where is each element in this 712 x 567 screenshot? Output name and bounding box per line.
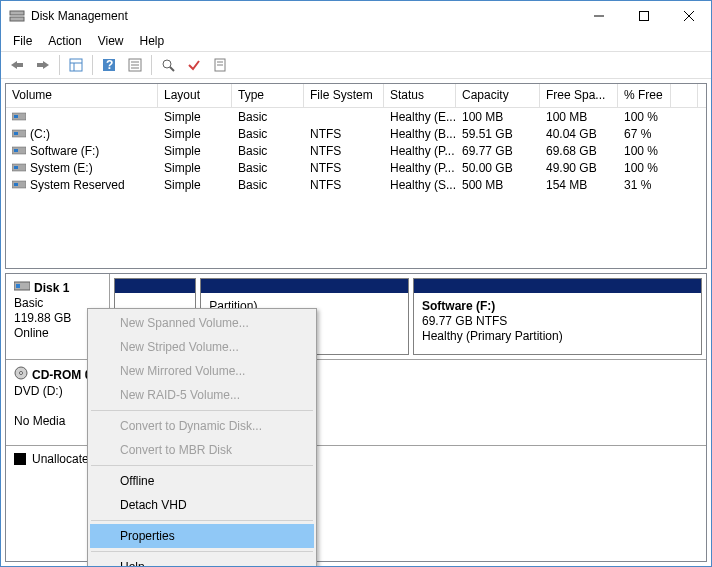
settings-icon[interactable] [64,53,88,77]
legend-swatch [14,453,26,465]
svg-line-16 [170,67,174,71]
svg-rect-29 [14,183,18,186]
cell-layout: Simple [158,161,232,175]
cell-free: 49.90 GB [540,161,618,175]
close-button[interactable] [666,2,711,31]
cell-fs: NTFS [304,161,384,175]
partition-status: Healthy (Primary Partition) [422,329,693,344]
col-pctfree[interactable]: % Free [618,84,671,107]
disk-name: Disk 1 [34,281,69,296]
search-icon[interactable] [156,53,180,77]
ctx-new-spanned: New Spanned Volume... [90,311,314,335]
list-icon[interactable] [123,53,147,77]
cell-type: Basic [232,178,304,192]
cell-capacity: 500 MB [456,178,540,192]
ctx-properties[interactable]: Properties [90,524,314,548]
cell-layout: Simple [158,110,232,124]
help-icon[interactable]: ? [97,53,121,77]
col-filesystem[interactable]: File System [304,84,384,107]
cdrom-icon [14,366,28,384]
cell-layout: Simple [158,178,232,192]
col-freespace[interactable]: Free Spa... [540,84,618,107]
svg-point-33 [20,372,23,375]
svg-rect-0 [10,11,24,15]
ctx-detach-vhd[interactable]: Detach VHD [90,493,314,517]
cdrom-name: CD-ROM 0 [32,368,91,383]
toolbar: ? [1,51,711,79]
disk-icon [14,280,30,296]
partition[interactable]: Software (F:) 69.77 GB NTFS Healthy (Pri… [413,278,702,355]
ctx-help[interactable]: Help [90,555,314,567]
cell-type: Basic [232,110,304,124]
window-title: Disk Management [31,9,576,23]
cell-layout: Simple [158,127,232,141]
cell-fs: NTFS [304,144,384,158]
cell-pct: 100 % [618,161,671,175]
cell-free: 69.68 GB [540,144,618,158]
svg-rect-1 [10,17,24,21]
table-row[interactable]: (C:)SimpleBasicNTFSHealthy (B...59.51 GB… [6,125,706,142]
forward-button[interactable] [31,53,55,77]
col-volume[interactable]: Volume [6,84,158,107]
svg-rect-31 [16,284,20,288]
table-row[interactable]: Software (F:)SimpleBasicNTFSHealthy (P..… [6,142,706,159]
svg-rect-21 [14,115,18,118]
cell-volume: System Reserved [6,178,158,192]
svg-point-15 [163,60,171,68]
menu-action[interactable]: Action [40,32,89,50]
table-row[interactable]: SimpleBasicHealthy (E...100 MB100 MB100 … [6,108,706,125]
check-icon[interactable] [182,53,206,77]
legend-label: Unallocated [32,452,95,466]
svg-rect-25 [14,149,18,152]
col-status[interactable]: Status [384,84,456,107]
menu-help[interactable]: Help [132,32,173,50]
ctx-new-raid5: New RAID-5 Volume... [90,383,314,407]
cell-free: 40.04 GB [540,127,618,141]
col-layout[interactable]: Layout [158,84,232,107]
svg-rect-6 [70,59,82,71]
cell-volume: System (E:) [6,161,158,175]
cell-fs: NTFS [304,178,384,192]
cell-capacity: 69.77 GB [456,144,540,158]
cell-volume: (C:) [6,127,158,141]
col-spacer [671,84,698,107]
ctx-separator [91,551,313,552]
cell-status: Healthy (P... [384,144,456,158]
cell-type: Basic [232,161,304,175]
table-row[interactable]: System ReservedSimpleBasicNTFSHealthy (S… [6,176,706,193]
properties-icon[interactable] [208,53,232,77]
cell-fs: NTFS [304,127,384,141]
cell-volume [6,111,158,122]
minimize-button[interactable] [576,2,621,31]
volume-grid: Volume Layout Type File System Status Ca… [5,83,707,269]
cell-free: 100 MB [540,110,618,124]
menu-file[interactable]: File [5,32,40,50]
toolbar-separator [59,55,60,75]
cell-volume: Software (F:) [6,144,158,158]
cell-status: Healthy (P... [384,161,456,175]
svg-rect-27 [14,166,18,169]
table-row[interactable]: System (E:)SimpleBasicNTFSHealthy (P...5… [6,159,706,176]
partition-info: 69.77 GB NTFS [422,314,693,329]
titlebar: Disk Management [1,1,711,31]
col-capacity[interactable]: Capacity [456,84,540,107]
svg-rect-3 [639,12,648,21]
maximize-button[interactable] [621,2,666,31]
ctx-offline[interactable]: Offline [90,469,314,493]
ctx-separator [91,465,313,466]
menu-view[interactable]: View [90,32,132,50]
grid-body: SimpleBasicHealthy (E...100 MB100 MB100 … [6,108,706,193]
col-type[interactable]: Type [232,84,304,107]
cell-capacity: 59.51 GB [456,127,540,141]
grid-header: Volume Layout Type File System Status Ca… [6,84,706,108]
ctx-separator [91,410,313,411]
cell-pct: 31 % [618,178,671,192]
svg-text:?: ? [106,58,113,72]
ctx-new-striped: New Striped Volume... [90,335,314,359]
ctx-convert-dynamic: Convert to Dynamic Disk... [90,414,314,438]
cell-capacity: 100 MB [456,110,540,124]
partition-header [414,279,701,293]
svg-rect-23 [14,132,18,135]
back-button[interactable] [5,53,29,77]
toolbar-separator [151,55,152,75]
